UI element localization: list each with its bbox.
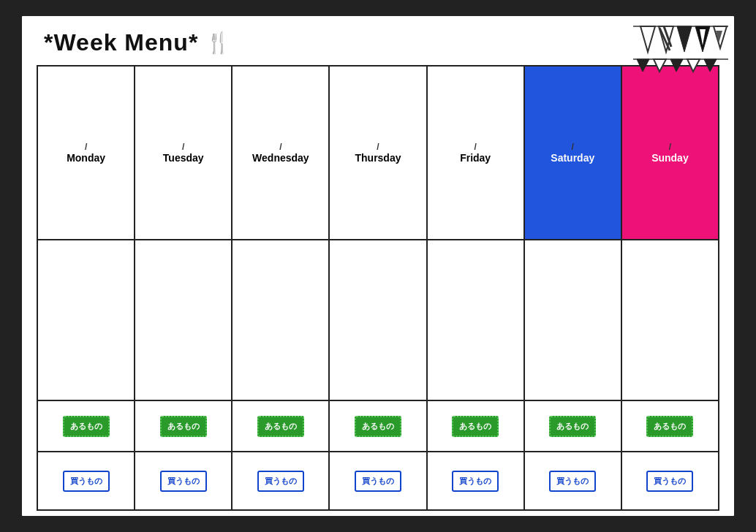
svg-marker-14 bbox=[687, 59, 700, 72]
header-monday: / Monday bbox=[37, 66, 135, 240]
blue-badge-wednesday[interactable]: 買うもの bbox=[232, 452, 329, 510]
svg-marker-11 bbox=[637, 59, 649, 72]
page-title: *Week Menu* bbox=[44, 29, 198, 56]
content-monday[interactable] bbox=[37, 240, 135, 400]
utensils-icon: 🍴 bbox=[205, 31, 231, 55]
blue-badge-saturday[interactable]: 買うもの bbox=[524, 452, 621, 510]
header-saturday: / Saturday bbox=[524, 66, 621, 240]
blue-badge-monday[interactable]: 買うもの bbox=[37, 452, 135, 510]
content-tuesday[interactable] bbox=[135, 240, 232, 400]
header-tuesday: / Tuesday bbox=[135, 66, 232, 240]
blue-badge-friday[interactable]: 買うもの bbox=[427, 452, 524, 510]
header-thursday: / Thursday bbox=[329, 66, 426, 240]
green-badge: あるもの bbox=[257, 416, 304, 437]
svg-marker-13 bbox=[670, 59, 683, 72]
title-area: *Week Menu* 🍴 bbox=[37, 23, 719, 59]
bunting-decoration bbox=[633, 19, 728, 74]
green-badge-saturday[interactable]: あるもの bbox=[524, 400, 621, 452]
green-badge-tuesday[interactable]: あるもの bbox=[135, 400, 232, 452]
blue-badge-row: 買うもの 買うもの 買うもの 買うもの 買うもの 買うもの 買うもの bbox=[37, 452, 719, 510]
header-row: / Monday / Tuesday / Wednesday / Thursda… bbox=[37, 66, 719, 240]
blue-badge-sunday[interactable]: 買うもの bbox=[621, 452, 719, 510]
green-badge: あるもの bbox=[646, 416, 693, 437]
svg-marker-5 bbox=[677, 26, 692, 52]
content-sunday[interactable] bbox=[621, 240, 719, 400]
green-badge-friday[interactable]: あるもの bbox=[427, 400, 524, 452]
blue-badge: 買うもの bbox=[63, 471, 110, 492]
green-badge-wednesday[interactable]: あるもの bbox=[232, 400, 329, 452]
header-wednesday: / Wednesday bbox=[232, 66, 329, 240]
green-badge-thursday[interactable]: あるもの bbox=[329, 400, 426, 452]
blue-badge-thursday[interactable]: 買うもの bbox=[329, 452, 426, 510]
green-badge-monday[interactable]: あるもの bbox=[37, 400, 135, 452]
green-badge: あるもの bbox=[355, 416, 401, 437]
green-badge: あるもの bbox=[160, 416, 207, 437]
blue-badge-tuesday[interactable]: 買うもの bbox=[135, 452, 232, 510]
header-sunday: / Sunday bbox=[621, 66, 719, 240]
content-thursday[interactable] bbox=[329, 240, 426, 400]
content-row bbox=[37, 240, 719, 400]
green-badge: あるもの bbox=[63, 416, 110, 437]
green-badge-sunday[interactable]: あるもの bbox=[621, 400, 719, 452]
content-friday[interactable] bbox=[427, 240, 524, 400]
svg-marker-12 bbox=[654, 59, 666, 72]
blue-badge: 買うもの bbox=[549, 471, 596, 492]
blue-badge: 買うもの bbox=[646, 471, 693, 492]
blue-badge: 買うもの bbox=[452, 471, 499, 492]
calendar-table: / Monday / Tuesday / Wednesday / Thursda… bbox=[37, 65, 719, 511]
blue-badge: 買うもの bbox=[160, 471, 207, 492]
svg-marker-15 bbox=[704, 59, 717, 72]
page: *Week Menu* 🍴 / Monday / Tuesday / W bbox=[20, 14, 736, 518]
header-friday: / Friday bbox=[427, 66, 524, 240]
blue-badge: 買うもの bbox=[355, 471, 401, 492]
green-badge: あるもの bbox=[549, 416, 596, 437]
content-saturday[interactable] bbox=[524, 240, 621, 400]
green-badge-row: あるもの あるもの あるもの あるもの あるもの あるもの あるもの bbox=[37, 400, 719, 452]
content-wednesday[interactable] bbox=[232, 240, 329, 400]
blue-badge: 買うもの bbox=[257, 471, 304, 492]
green-badge: あるもの bbox=[452, 416, 499, 437]
svg-marker-1 bbox=[640, 26, 655, 52]
